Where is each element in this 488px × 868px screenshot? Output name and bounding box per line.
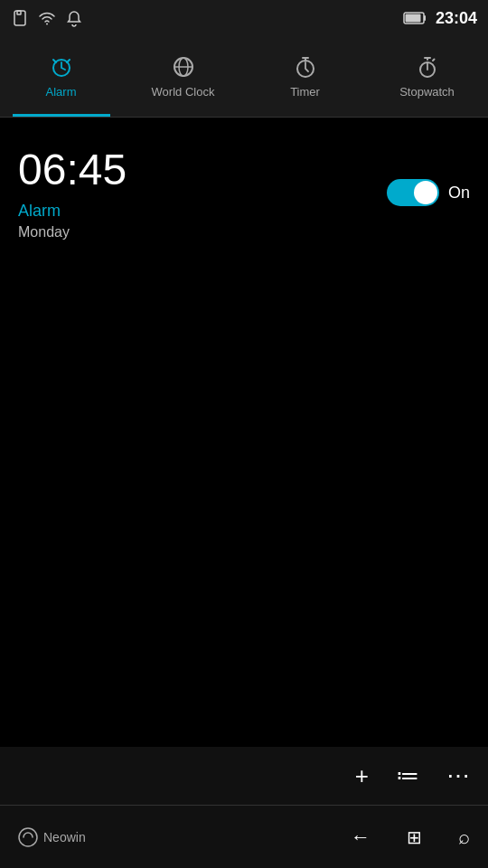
nav-tabs: Alarm World Clock Timer Stopwatch [0, 36, 488, 118]
nav-brand: Neowin [18, 827, 86, 847]
stopwatch-tab-icon [415, 54, 440, 80]
battery-icon [403, 11, 428, 25]
alarm-time: 06:45 [18, 145, 127, 194]
toggle-knob [414, 181, 437, 204]
timer-tab-label: Timer [290, 85, 320, 99]
windows-button[interactable]: ⊞ [407, 826, 422, 848]
brand-label: Neowin [43, 830, 86, 844]
list-button[interactable]: ≔ [396, 762, 419, 790]
svg-point-2 [46, 24, 48, 25]
toggle-on-label: On [448, 184, 470, 203]
worldclock-tab-icon [171, 54, 196, 80]
sys-nav-icons: ← ⊞ ⌕ [351, 826, 470, 849]
svg-rect-1 [17, 11, 21, 14]
timer-tab-icon [293, 54, 318, 80]
tab-worldclock[interactable]: World Clock [122, 36, 244, 117]
system-nav: Neowin ← ⊞ ⌕ [0, 805, 488, 868]
status-icons-right: 23:04 [403, 9, 477, 28]
bottom-toolbar: + ≔ ⋯ [0, 747, 488, 805]
toggle-container: On [387, 179, 470, 206]
wifi-icon [38, 9, 56, 27]
tab-alarm[interactable]: Alarm [0, 36, 122, 117]
notification-icon [65, 9, 83, 27]
search-button[interactable]: ⌕ [458, 826, 470, 849]
status-bar: 23:04 [0, 0, 488, 36]
svg-point-11 [19, 828, 37, 846]
stopwatch-tab-label: Stopwatch [399, 85, 455, 99]
status-time: 23:04 [436, 9, 477, 28]
worldclock-tab-label: World Clock [152, 85, 215, 99]
more-button[interactable]: ⋯ [446, 762, 470, 790]
main-content: 06:45 Alarm Monday On [0, 118, 488, 259]
neowin-logo-icon [18, 827, 38, 847]
back-button[interactable]: ← [351, 826, 371, 849]
tab-timer[interactable]: Timer [244, 36, 366, 117]
add-button[interactable]: + [355, 762, 369, 790]
svg-rect-0 [14, 11, 25, 25]
sim-icon [11, 9, 29, 27]
alarm-day: Monday [18, 224, 127, 241]
status-icons-left [11, 9, 83, 27]
alarm-tab-label: Alarm [46, 85, 77, 99]
alarm-info: 06:45 Alarm Monday [18, 145, 127, 241]
alarm-label: Alarm [18, 202, 127, 221]
tab-stopwatch[interactable]: Stopwatch [366, 36, 488, 117]
alarm-item[interactable]: 06:45 Alarm Monday On [18, 145, 470, 241]
alarm-toggle[interactable] [387, 179, 439, 206]
alarm-tab-icon [49, 54, 74, 80]
svg-rect-4 [405, 14, 420, 23]
